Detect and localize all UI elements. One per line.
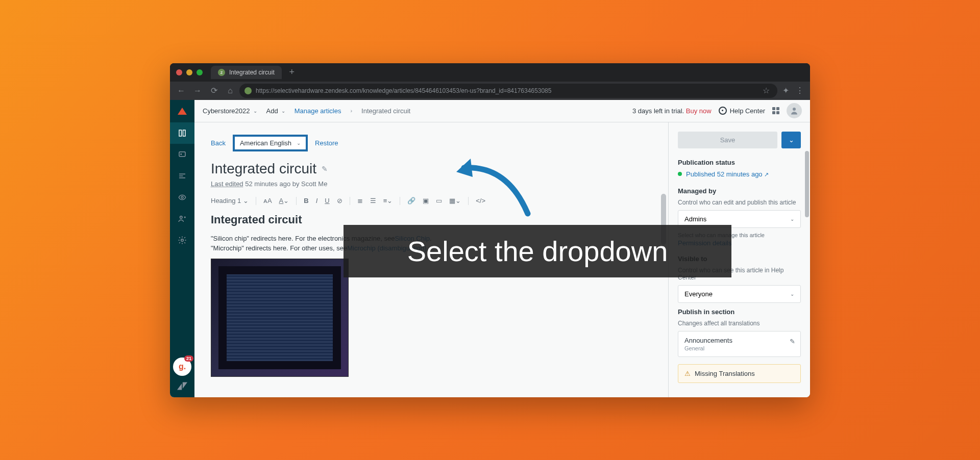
section-sub: Changes affect all translations xyxy=(678,320,801,327)
sidebar-bottom: g.21 xyxy=(170,357,194,397)
visible-to-select[interactable]: Everyone⌄ xyxy=(678,285,801,303)
warning-box: ⚠ Missing Translations xyxy=(678,364,801,383)
svg-point-4 xyxy=(181,239,184,241)
pub-status-row: Published 52 minutes ago ↗ xyxy=(678,170,801,178)
redirect-note-1: "Silicon chip" redirects here. For the e… xyxy=(211,234,652,244)
buy-now-link[interactable]: Buy now xyxy=(686,107,712,115)
italic-icon[interactable]: I xyxy=(316,197,318,205)
chevron-down-icon: ⌄ xyxy=(789,136,794,144)
sidebar-item-settings[interactable] xyxy=(170,229,194,251)
reload-icon[interactable]: ⟳ xyxy=(207,84,221,98)
add-label: Add xyxy=(266,107,278,115)
browser-window: z Integrated circuit + ← → ⟳ ⌂ https://s… xyxy=(170,63,810,397)
published-link[interactable]: Published 52 minutes ago ↗ xyxy=(686,170,769,178)
edit-title-icon[interactable]: ✎ xyxy=(322,165,328,173)
right-panel: Save ⌄ Publication status Published 52 m… xyxy=(668,122,810,397)
body-heading: Integrated circuit xyxy=(211,213,652,226)
link-icon[interactable]: 🔗 xyxy=(407,197,415,205)
editor-scrollbar[interactable] xyxy=(661,194,666,245)
save-button[interactable]: Save xyxy=(678,132,777,148)
underline-icon[interactable]: U xyxy=(325,197,329,205)
microchip-link[interactable]: Microchip (disambiguation) xyxy=(347,244,426,252)
main: Cyberstore2022⌄ Add⌄ Manage articles › I… xyxy=(194,100,810,397)
logo-triangle-icon xyxy=(178,108,187,115)
zendesk-favicon-icon: z xyxy=(218,69,225,76)
list-number-icon[interactable]: ☰ xyxy=(370,197,376,205)
menu-icon[interactable]: ⋮ xyxy=(794,86,806,95)
list-bullet-icon[interactable]: ≣ xyxy=(357,197,363,205)
star-icon[interactable]: ☆ xyxy=(760,86,772,95)
back-icon[interactable]: ← xyxy=(174,84,188,98)
url-input[interactable]: https://selectivehardware.zendesk.com/kn… xyxy=(239,84,777,98)
warning-text: Missing Translations xyxy=(695,370,755,377)
title-row: Integrated circuit ✎ xyxy=(211,161,652,177)
chevron-down-icon: ⌄ xyxy=(253,108,257,114)
save-row: Save ⌄ xyxy=(678,132,801,148)
article-body[interactable]: Integrated circuit "Silicon chip" redire… xyxy=(211,213,652,377)
image-icon[interactable]: ▣ xyxy=(423,197,429,205)
managed-by-select[interactable]: Admins⌄ xyxy=(678,210,801,228)
article-meta: Last edited 52 minutes ago by Scott Me xyxy=(211,180,652,188)
sidebar-item-knowledge[interactable] xyxy=(170,122,194,144)
sidebar-item-users[interactable] xyxy=(170,208,194,229)
avatar[interactable] xyxy=(787,103,802,118)
heading-selector[interactable]: Heading 1 ⌄ xyxy=(211,197,249,205)
managed-heading: Managed by xyxy=(678,187,801,195)
managed-sub: Control who can edit and publish this ar… xyxy=(678,199,801,206)
zendesk-logo[interactable] xyxy=(170,100,194,122)
badge-count: 21 xyxy=(184,355,193,362)
svg-point-5 xyxy=(793,108,796,111)
warning-icon: ⚠ xyxy=(684,370,691,377)
maximize-icon[interactable] xyxy=(197,69,203,75)
font-color-icon[interactable]: A⌄ xyxy=(279,197,289,205)
content: Back American English ⌄ Restore Integrat… xyxy=(194,122,810,397)
browser-tab[interactable]: z Integrated circuit xyxy=(211,66,282,79)
apps-icon[interactable] xyxy=(772,107,779,114)
redirect-note-2: "Microchip" redirects here. For other us… xyxy=(211,243,652,253)
grammarly-badge[interactable]: g.21 xyxy=(173,357,191,376)
minimize-icon[interactable] xyxy=(186,69,192,75)
breadcrumb-current: Integrated circuit xyxy=(361,107,410,115)
help-center-link[interactable]: Help Center xyxy=(719,107,765,115)
silicon-chip-link[interactable]: Silicon Chip xyxy=(395,235,430,242)
bold-icon[interactable]: B xyxy=(304,197,308,205)
clear-format-icon[interactable]: ⊘ xyxy=(337,197,342,205)
new-tab-button[interactable]: + xyxy=(286,67,298,78)
table-icon[interactable]: ▦⌄ xyxy=(449,197,461,205)
sidebar-item-views[interactable] xyxy=(170,187,194,208)
align-icon[interactable]: ≡⌄ xyxy=(383,197,393,205)
sidebar-item-arrange[interactable] xyxy=(170,165,194,187)
last-edited-value: 52 minutes ago by Scott Me xyxy=(245,180,327,188)
manage-articles-link[interactable]: Manage articles xyxy=(295,107,341,115)
code-icon[interactable]: </> xyxy=(476,197,485,205)
language-value: American English xyxy=(240,139,291,147)
font-size-icon[interactable]: ᴀA xyxy=(263,197,272,205)
section-name: Announcements xyxy=(684,337,794,344)
save-options-button[interactable]: ⌄ xyxy=(781,132,801,148)
section-category: General xyxy=(684,345,794,351)
section-heading: Publish in section xyxy=(678,308,801,316)
workspace-selector[interactable]: Cyberstore2022⌄ xyxy=(203,107,257,115)
zendesk-icon[interactable] xyxy=(177,382,187,392)
section-select[interactable]: Announcements General ✎ xyxy=(678,331,801,357)
sidebar-item-moderate[interactable] xyxy=(170,144,194,165)
svg-point-1 xyxy=(181,154,182,155)
permission-details-link[interactable]: Permission details xyxy=(678,239,801,247)
home-icon[interactable]: ⌂ xyxy=(223,84,237,98)
back-link[interactable]: Back xyxy=(211,139,226,147)
url-text: https://selectivehardware.zendesk.com/kn… xyxy=(256,87,756,94)
extensions-icon[interactable]: ✦ xyxy=(779,86,792,95)
video-icon[interactable]: ▭ xyxy=(436,197,442,205)
visible-heading: Visible to xyxy=(678,255,801,263)
edit-section-icon[interactable]: ✎ xyxy=(790,338,795,345)
forward-icon[interactable]: → xyxy=(190,84,205,98)
close-icon[interactable] xyxy=(176,69,182,75)
language-dropdown[interactable]: American English ⌄ xyxy=(233,135,308,151)
panel-scrollbar-thumb[interactable] xyxy=(805,151,809,217)
chip-image xyxy=(211,259,349,377)
visible-sub: Control who can see this article in Help… xyxy=(678,267,801,281)
add-menu[interactable]: Add⌄ xyxy=(266,107,285,115)
chevron-down-icon: ⌄ xyxy=(281,108,285,114)
restore-link[interactable]: Restore xyxy=(315,139,338,147)
rich-text-toolbar: Heading 1 ⌄ ᴀA A⌄ B I U ⊘ ≣ ☰ ≡⌄ xyxy=(211,197,652,205)
